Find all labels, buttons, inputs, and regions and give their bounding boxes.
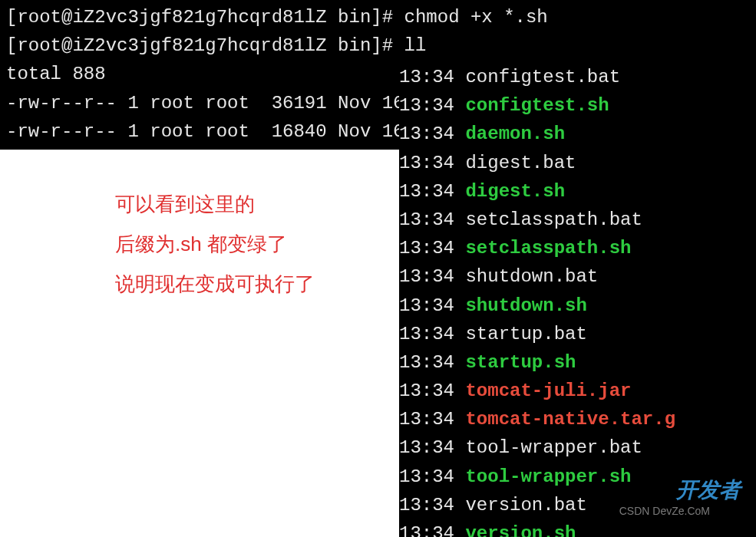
- file-row: 13:34 startup.sh: [399, 348, 754, 377]
- file-time: 13:34: [399, 466, 465, 487]
- file-time: 13:34: [399, 523, 465, 537]
- file-row: 13:34 configtest.sh: [399, 91, 754, 120]
- file-row: 13:34 tool-wrapper.bat: [399, 433, 754, 462]
- file-row: 13:34 shutdown.bat: [399, 262, 754, 291]
- file-name: configtest.sh: [465, 95, 609, 116]
- file-time: 13:34: [399, 67, 465, 87]
- file-listing-column: 13:34 configtest.bat13:34 configtest.sh1…: [399, 63, 756, 537]
- file-name: version.sh: [465, 523, 576, 537]
- file-name: configtest.bat: [465, 67, 620, 87]
- file-time: 13:34: [399, 324, 465, 344]
- file-time: 13:34: [399, 437, 465, 458]
- file-name: digest.bat: [465, 153, 576, 173]
- prompt-user: root: [17, 7, 61, 28]
- file-name: tool-wrapper.bat: [465, 437, 642, 458]
- file-name: digest.sh: [465, 181, 565, 202]
- file-time: 13:34: [399, 352, 465, 373]
- file-name: setclasspath.bat: [465, 209, 642, 230]
- prompt-symbol: #: [382, 7, 393, 28]
- file-row: 13:34 setclasspath.sh: [399, 234, 754, 262]
- file-row: 13:34 version.sh: [399, 519, 754, 537]
- file-name: tomcat-native.tar.g: [465, 409, 675, 430]
- file-row: 13:34 daemon.sh: [399, 120, 754, 148]
- file-time: 13:34: [399, 295, 465, 316]
- annotation-line-2: 后缀为.sh 都变绿了: [115, 224, 315, 264]
- file-time: 13:34: [399, 153, 465, 173]
- file-time: 13:34: [399, 124, 465, 144]
- prompt-cwd: bin: [338, 7, 371, 28]
- file-name: tomcat-juli.jar: [465, 381, 631, 401]
- watermark-sub: CSDN DevZe.CoM: [619, 503, 710, 520]
- prompt-cwd: bin: [338, 35, 371, 56]
- file-time: 13:34: [399, 209, 465, 230]
- file-row: 13:34 setclasspath.bat: [399, 206, 754, 234]
- file-time: 13:34: [399, 238, 465, 259]
- command-1: chmod +x *.sh: [404, 7, 548, 28]
- file-row: 13:34 shutdown.sh: [399, 292, 754, 320]
- file-row: 13:34 tomcat-juli.jar: [399, 377, 754, 405]
- prompt-symbol: #: [382, 35, 393, 56]
- file-row: 13:34 tomcat-native.tar.g: [399, 405, 754, 433]
- file-row: 13:34 digest.sh: [399, 177, 754, 206]
- file-name: shutdown.sh: [465, 295, 586, 316]
- prompt-line-1[interactable]: [root@iZ2vc3jgf821g7hcqrd81lZ bin]# chmo…: [6, 3, 750, 31]
- file-time: 13:34: [399, 495, 465, 516]
- file-row: 13:34 startup.bat: [399, 320, 754, 348]
- annotation-overlay: 可以看到这里的 后缀为.sh 都变绿了 说明现在变成可执行了: [115, 184, 315, 304]
- file-row: 13:34 configtest.bat: [399, 63, 754, 91]
- file-time: 13:34: [399, 95, 465, 116]
- file-name: daemon.sh: [465, 124, 565, 144]
- file-time: 13:34: [399, 181, 465, 202]
- prompt-line-2[interactable]: [root@iZ2vc3jgf821g7hcqrd81lZ bin]# ll: [6, 31, 750, 60]
- watermark-brand: 开发者: [676, 473, 741, 506]
- prompt-user: root: [17, 35, 61, 56]
- annotation-line-3: 说明现在变成可执行了: [115, 264, 315, 304]
- file-time: 13:34: [399, 409, 465, 430]
- annotation-line-1: 可以看到这里的: [115, 184, 315, 224]
- file-name: tool-wrapper.sh: [465, 466, 631, 487]
- prompt-host: iZ2vc3jgf821g7hcqrd81lZ: [72, 35, 326, 56]
- file-time: 13:34: [399, 381, 465, 401]
- file-name: shutdown.bat: [465, 266, 598, 287]
- file-name: version.bat: [465, 495, 586, 516]
- file-name: startup.bat: [465, 324, 586, 344]
- file-name: setclasspath.sh: [465, 238, 631, 259]
- file-row: 13:34 digest.bat: [399, 149, 754, 177]
- file-name: startup.sh: [465, 352, 576, 373]
- command-2: ll: [404, 35, 427, 56]
- file-time: 13:34: [399, 266, 465, 287]
- prompt-host: iZ2vc3jgf821g7hcqrd81lZ: [72, 7, 326, 28]
